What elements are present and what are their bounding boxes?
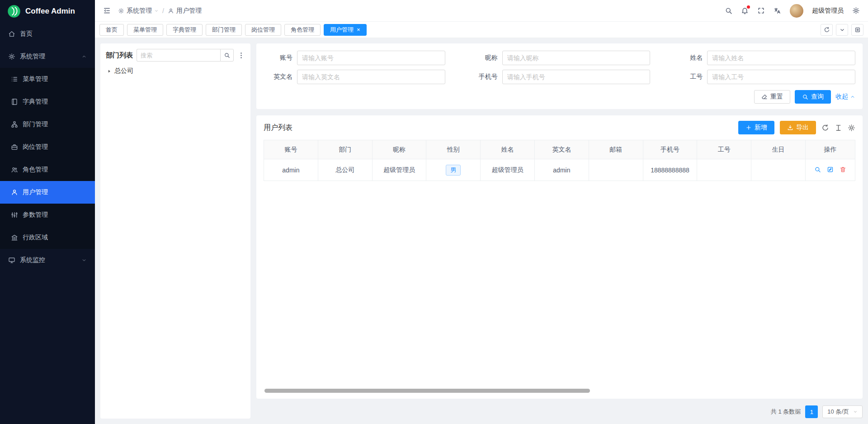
translate-icon[interactable] <box>774 7 781 14</box>
breadcrumb-item-user[interactable]: 用户管理 <box>168 7 202 15</box>
edit-icon[interactable] <box>827 166 834 173</box>
form-field-work-no: 工号 <box>674 70 855 84</box>
sidebar-group-monitor[interactable]: 系统监控 <box>0 249 95 272</box>
coffee-logo-icon <box>7 5 21 18</box>
reset-button[interactable]: 重置 <box>754 90 790 104</box>
field-label: 昵称 <box>469 54 498 62</box>
delete-icon[interactable] <box>840 166 846 173</box>
content-maximize-button[interactable] <box>851 24 863 36</box>
tab-post-management[interactable]: 岗位管理 <box>245 24 281 36</box>
dept-search-button[interactable] <box>220 49 234 62</box>
current-user-name[interactable]: 超级管理员 <box>812 7 844 15</box>
page-size-select[interactable]: 10 条/页 <box>822 405 863 418</box>
sidebar-item-region-management[interactable]: 行政区域 <box>0 226 95 249</box>
tab-label: 菜单管理 <box>133 26 157 34</box>
avatar[interactable] <box>790 4 803 18</box>
app-title: Coffee Admin <box>25 7 75 16</box>
close-icon[interactable]: × <box>357 27 360 33</box>
sidebar-item-dept-management[interactable]: 部门管理 <box>0 113 95 136</box>
cell-name: 超级管理员 <box>481 159 535 181</box>
refresh-icon <box>824 27 830 33</box>
gear-icon <box>8 53 15 60</box>
sidebar-item-home[interactable]: 首页 <box>0 23 95 45</box>
column-header: 部门 <box>318 140 372 159</box>
app-logo[interactable]: Coffee Admin <box>0 0 95 23</box>
cell-gender: 男 <box>426 159 481 181</box>
form-field-name: 姓名 <box>674 51 855 65</box>
cell-en-name: admin <box>534 159 589 181</box>
work-no-input[interactable] <box>707 70 855 84</box>
tab-dict-management[interactable]: 字典管理 <box>166 24 203 36</box>
sidebar-item-label: 参数管理 <box>23 211 48 219</box>
tab-options-button[interactable] <box>836 24 848 36</box>
sidebar-item-menu-management[interactable]: 菜单管理 <box>0 68 95 91</box>
fullscreen-icon[interactable] <box>757 7 765 14</box>
sidebar-group-system[interactable]: 系统管理 <box>0 45 95 68</box>
tab-label: 岗位管理 <box>251 26 275 34</box>
list-icon <box>11 76 18 83</box>
account-input[interactable] <box>297 51 445 65</box>
table-title: 用户列表 <box>264 123 292 133</box>
breadcrumb-item-system[interactable]: 系统管理 <box>118 7 159 15</box>
form-field-english-name: 英文名 <box>264 70 445 84</box>
horizontal-scrollbar-thumb[interactable] <box>264 389 590 393</box>
tab-menu-management[interactable]: 菜单管理 <box>127 24 163 36</box>
column-header: 姓名 <box>481 140 535 159</box>
sidebar-item-user-management[interactable]: 用户管理 <box>0 181 95 204</box>
add-button[interactable]: 新增 <box>738 121 774 134</box>
table-header-row: 账号 部门 昵称 性别 姓名 英文名 邮箱 手机号 工号 生日 操作 <box>264 140 855 159</box>
more-options-icon[interactable] <box>237 52 245 59</box>
tree-node-company[interactable]: 总公司 <box>106 67 245 75</box>
nickname-input[interactable] <box>502 51 651 65</box>
column-settings-icon[interactable] <box>848 124 855 132</box>
export-button-label: 导出 <box>796 124 809 132</box>
phone-input[interactable] <box>502 70 651 84</box>
row-height-icon[interactable] <box>835 124 842 132</box>
field-label: 手机号 <box>469 73 498 81</box>
query-button-label: 查询 <box>811 93 824 101</box>
column-header-actions: 操作 <box>806 140 855 159</box>
view-icon[interactable] <box>814 166 821 173</box>
gender-tag: 男 <box>446 165 461 176</box>
export-button[interactable]: 导出 <box>780 121 816 134</box>
home-icon <box>8 30 15 38</box>
chevron-down-icon <box>839 27 845 33</box>
column-header: 性别 <box>426 140 481 159</box>
sidebar-item-post-management[interactable]: 岗位管理 <box>0 136 95 158</box>
sidebar-item-role-management[interactable]: 角色管理 <box>0 158 95 181</box>
sidebar-item-label: 用户管理 <box>23 188 48 196</box>
caret-right-icon[interactable] <box>107 69 112 74</box>
column-header: 工号 <box>697 140 751 159</box>
collapse-filter-link[interactable]: 收起 <box>835 93 855 101</box>
refresh-tab-button[interactable] <box>821 24 833 36</box>
cell-email <box>589 159 643 181</box>
refresh-icon[interactable] <box>821 124 829 132</box>
sidebar-item-label: 角色管理 <box>23 166 48 174</box>
sidebar-menu: 首页 系统管理 菜单管理 字典管理 部门管理 <box>0 23 95 424</box>
tab-role-management[interactable]: 角色管理 <box>284 24 321 36</box>
user-icon <box>11 189 18 196</box>
search-icon[interactable] <box>725 7 732 14</box>
sidebar-item-dict-management[interactable]: 字典管理 <box>0 91 95 113</box>
tab-home[interactable]: 首页 <box>99 24 124 36</box>
name-input[interactable] <box>707 51 855 65</box>
cell-work-no <box>697 159 751 181</box>
tab-label: 角色管理 <box>291 26 314 34</box>
tab-label: 用户管理 <box>330 26 354 34</box>
cell-nickname: 超级管理员 <box>372 159 426 181</box>
dept-search-input[interactable] <box>137 49 220 62</box>
settings-gear-icon[interactable] <box>852 7 860 14</box>
notification-button[interactable] <box>741 7 749 14</box>
page-size-value: 10 条/页 <box>827 408 849 416</box>
sidebar-item-param-management[interactable]: 参数管理 <box>0 204 95 226</box>
tab-dept-management[interactable]: 部门管理 <box>206 24 242 36</box>
chevron-down-icon <box>154 9 159 13</box>
sidebar-collapse-icon[interactable] <box>103 7 111 14</box>
header-actions: 超级管理员 <box>725 4 860 18</box>
tree-node-label: 总公司 <box>114 67 133 75</box>
english-name-input[interactable] <box>297 70 445 84</box>
query-button[interactable]: 查询 <box>795 90 831 104</box>
cell-birthday <box>751 159 806 181</box>
tab-user-management[interactable]: 用户管理 × <box>324 24 367 36</box>
page-button[interactable]: 1 <box>805 405 818 418</box>
